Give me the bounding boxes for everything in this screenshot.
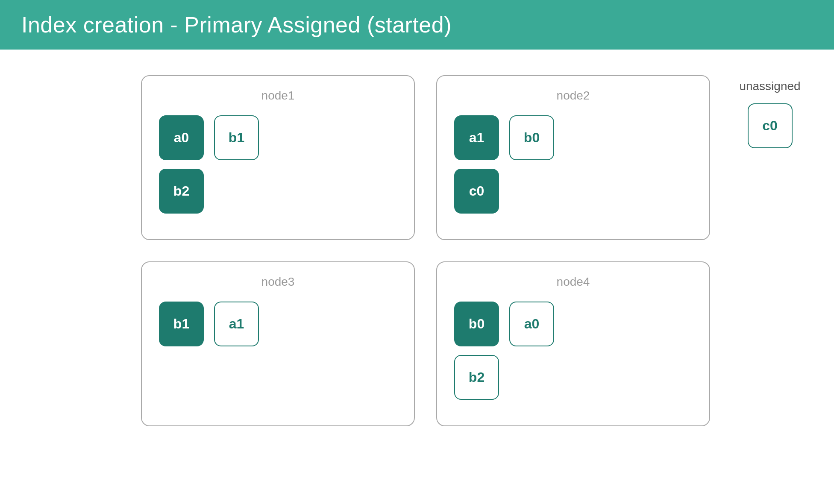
node-node2: node2a1b0c0: [436, 75, 710, 240]
shard-b0-replica: b0: [509, 115, 554, 160]
shard-a0-primary: a0: [159, 115, 204, 160]
shards-row: b0a0: [454, 302, 692, 346]
shard-a0-replica: a0: [509, 302, 554, 346]
node-node1: node1a0b1b2: [141, 75, 415, 240]
shards-row: b2: [454, 355, 692, 400]
shards-row: b2: [159, 169, 397, 214]
shard-a1-replica: a1: [214, 302, 259, 346]
shard-b1-replica: b1: [214, 115, 259, 160]
shard-a1-primary: a1: [454, 115, 499, 160]
unassigned-shard: c0: [748, 103, 793, 148]
shards-row: b1a1: [159, 302, 397, 346]
main-content: node1a0b1b2node2a1b0c0node3b1a1node4b0a0…: [0, 50, 834, 443]
node-node4: node4b0a0b2: [436, 261, 710, 426]
shard-b1-primary: b1: [159, 302, 204, 346]
node-title-node3: node3: [159, 275, 397, 289]
nodes-grid: node1a0b1b2node2a1b0c0node3b1a1node4b0a0…: [141, 75, 710, 426]
shards-row: a0b1: [159, 115, 397, 160]
header: Index creation - Primary Assigned (start…: [0, 0, 834, 50]
node-title-node4: node4: [454, 275, 692, 289]
shard-b0-primary: b0: [454, 302, 499, 346]
unassigned-label: unassigned: [739, 79, 800, 93]
node-title-node2: node2: [454, 89, 692, 103]
shards-row: c0: [454, 169, 692, 214]
node-title-node1: node1: [159, 89, 397, 103]
page-title: Index creation - Primary Assigned (start…: [21, 12, 813, 38]
node-node3: node3b1a1: [141, 261, 415, 426]
shards-row: a1b0: [454, 115, 692, 160]
shard-b2-primary: b2: [159, 169, 204, 214]
unassigned-section: unassigned c0: [727, 75, 813, 426]
shard-b2-replica: b2: [454, 355, 499, 400]
shard-c0-primary: c0: [454, 169, 499, 214]
